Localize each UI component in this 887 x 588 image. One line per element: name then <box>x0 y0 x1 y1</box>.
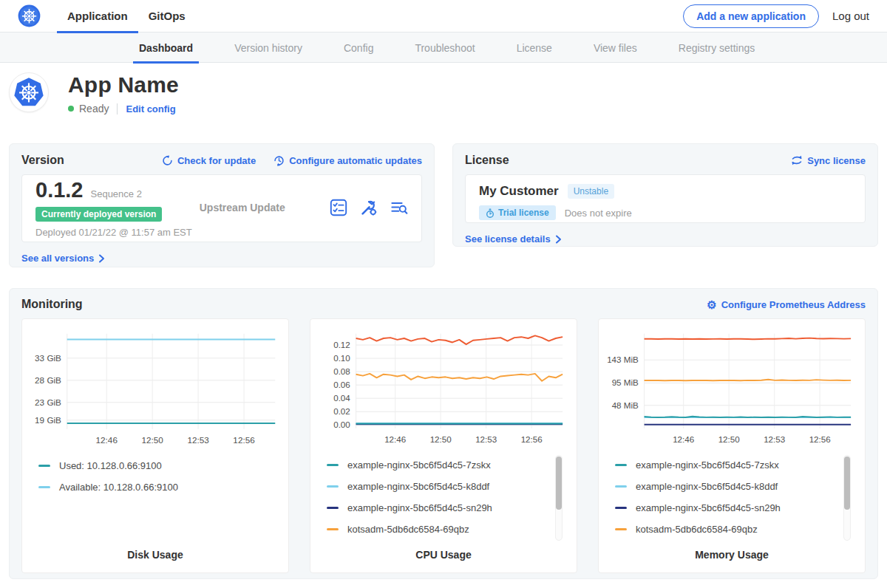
upstream-update-label: Upstream Update <box>200 202 330 213</box>
add-new-application-button[interactable]: Add a new application <box>683 4 819 28</box>
memory-usage-chart-card: 48 MiB95 MiB143 MiB12:4612:5012:5312:56 … <box>598 318 866 573</box>
svg-text:0.10: 0.10 <box>333 353 350 363</box>
legend-color-dash <box>327 485 339 488</box>
license-card: License Sync license My Customer Unstabl… <box>452 143 878 247</box>
legend-color-dash <box>38 465 50 467</box>
log-out-link[interactable]: Log out <box>832 10 869 22</box>
license-summary-card: My Customer Unstable Trial license Does … <box>465 174 866 223</box>
topnav-tabs: Application GitOps <box>57 0 196 33</box>
legend-item: example-nginx-5bc6f5d4c5-sn29h <box>615 497 860 519</box>
configure-automatic-updates-link[interactable]: Configure automatic updates <box>273 155 422 166</box>
status-dot <box>68 106 74 112</box>
legend-item: example-nginx-5bc6f5d4c5-7zskx <box>615 454 860 476</box>
svg-text:0.06: 0.06 <box>333 380 350 389</box>
legend-color-dash <box>615 507 627 509</box>
current-version-card: 0.1.2 Sequence 2 Currently deployed vers… <box>21 174 422 242</box>
tab-version-history[interactable]: Version history <box>224 33 313 63</box>
svg-text:12:53: 12:53 <box>187 435 208 445</box>
tab-config[interactable]: Config <box>333 33 384 63</box>
legend-item: kotsadm-5db6dc6584-69qbz <box>615 519 860 540</box>
disk-usage-chart-card: 19 GiB23 GiB28 GiB33 GiB12:4612:5012:531… <box>21 318 289 573</box>
legend-scrollbar-thumb[interactable] <box>556 457 562 510</box>
status-text: Ready <box>79 103 109 114</box>
svg-text:33 GiB: 33 GiB <box>35 353 61 363</box>
cpu-usage-plot: 0.000.020.040.060.080.100.1212:4612:5012… <box>315 327 572 448</box>
tab-dashboard[interactable]: Dashboard <box>129 33 203 63</box>
svg-text:12:50: 12:50 <box>142 435 164 445</box>
monitoring-title: Monitoring <box>21 298 83 311</box>
edit-config-link[interactable]: Edit config <box>126 103 175 114</box>
svg-text:12:56: 12:56 <box>233 435 254 445</box>
legend-item: Available: 10.128.0.66:9100 <box>38 476 284 498</box>
sync-icon <box>791 155 803 165</box>
svg-text:0.02: 0.02 <box>333 406 350 416</box>
check-for-update-link[interactable]: Check for update <box>162 155 256 166</box>
svg-text:12:56: 12:56 <box>521 434 543 444</box>
see-license-details-link[interactable]: See license details <box>465 233 562 245</box>
tab-registry-settings[interactable]: Registry settings <box>668 33 765 63</box>
svg-text:23 GiB: 23 GiB <box>35 397 61 407</box>
svg-text:12:46: 12:46 <box>384 434 406 444</box>
tab-license[interactable]: License <box>506 33 563 63</box>
tab-application[interactable]: Application <box>57 0 138 33</box>
legend-color-dash <box>615 528 627 530</box>
app-header: App Name Ready Edit config <box>0 63 887 134</box>
view-logs-icon[interactable] <box>390 199 408 216</box>
legend-label: Available: 10.128.0.66:9100 <box>59 482 178 493</box>
legend-scrollbar[interactable] <box>843 455 851 541</box>
svg-text:12:50: 12:50 <box>430 434 452 444</box>
deployed-timestamp: Deployed 01/21/22 @ 11:57 am EST <box>35 227 200 238</box>
legend-item: example-nginx-5bc6f5d4c5-sn29h <box>327 497 572 519</box>
svg-text:12:46: 12:46 <box>673 434 694 444</box>
auto-update-clock-icon <box>273 155 285 166</box>
legend-color-dash <box>615 464 627 466</box>
svg-text:0.04: 0.04 <box>333 393 350 403</box>
topnav-right: Add a new application Log out <box>683 4 869 28</box>
divider <box>117 103 118 114</box>
version-card-title: Version <box>21 154 64 167</box>
see-all-versions-link[interactable]: See all versions <box>21 253 105 264</box>
legend-label: example-nginx-5bc6f5d4c5-sn29h <box>347 502 492 513</box>
app-avatar <box>9 72 49 112</box>
legend-label: Used: 10.128.0.66:9100 <box>59 460 162 471</box>
edit-config-wrench-icon[interactable] <box>360 199 378 216</box>
legend-scrollbar[interactable] <box>555 455 563 541</box>
monitoring-section: Monitoring ⚙ Configure Prometheus Addres… <box>9 288 878 579</box>
svg-text:12:46: 12:46 <box>96 435 118 445</box>
svg-text:28 GiB: 28 GiB <box>35 375 61 385</box>
top-nav: Application GitOps Add a new application… <box>0 0 887 33</box>
legend-label: example-nginx-5bc6f5d4c5-7zskx <box>636 459 779 471</box>
chart-title-cpu: CPU Usage <box>315 540 572 572</box>
svg-text:12:53: 12:53 <box>764 434 785 444</box>
sync-license-link[interactable]: Sync license <box>791 155 866 166</box>
svg-text:19 GiB: 19 GiB <box>35 415 61 425</box>
legend-color-dash <box>327 528 339 530</box>
legend-item: kotsadm-5db6dc6584-69qbz <box>327 519 572 540</box>
svg-text:12:50: 12:50 <box>718 434 741 444</box>
version-number: 0.1.2 <box>35 178 84 202</box>
tab-view-files[interactable]: View files <box>583 33 648 63</box>
svg-text:12:56: 12:56 <box>809 434 831 444</box>
chevron-right-icon <box>555 235 562 244</box>
customer-name: My Customer <box>479 184 559 199</box>
configure-prometheus-link[interactable]: ⚙ Configure Prometheus Address <box>707 299 866 310</box>
tab-troubleshoot[interactable]: Troubleshoot <box>404 33 485 63</box>
legend-label: kotsadm-5db6dc6584-69qbz <box>347 524 469 535</box>
legend-item: Used: 10.128.0.66:9100 <box>38 455 284 476</box>
trial-license-badge: Trial license <box>479 205 556 220</box>
legend-scrollbar-thumb[interactable] <box>844 457 850 510</box>
svg-text:95 MiB: 95 MiB <box>612 377 639 387</box>
kubernetes-app-icon <box>13 77 44 108</box>
chart-title-disk: Disk Usage <box>27 540 284 572</box>
legend-item: example-nginx-5bc6f5d4c5-k8ddf <box>327 476 572 497</box>
version-card: Version Check for update Configure au <box>9 143 435 267</box>
kubernetes-logo-icon <box>18 4 41 27</box>
stopwatch-icon <box>486 208 495 218</box>
gear-icon: ⚙ <box>707 299 716 310</box>
legend-item: example-nginx-5bc6f5d4c5-7zskx <box>327 454 572 476</box>
legend-color-dash <box>615 485 627 488</box>
tab-gitops[interactable]: GitOps <box>138 0 196 33</box>
preflight-checklist-icon[interactable] <box>330 199 347 216</box>
chevron-right-icon <box>98 254 105 263</box>
cpu-usage-chart-card: 0.000.020.040.060.080.100.1212:4612:5012… <box>310 318 577 573</box>
